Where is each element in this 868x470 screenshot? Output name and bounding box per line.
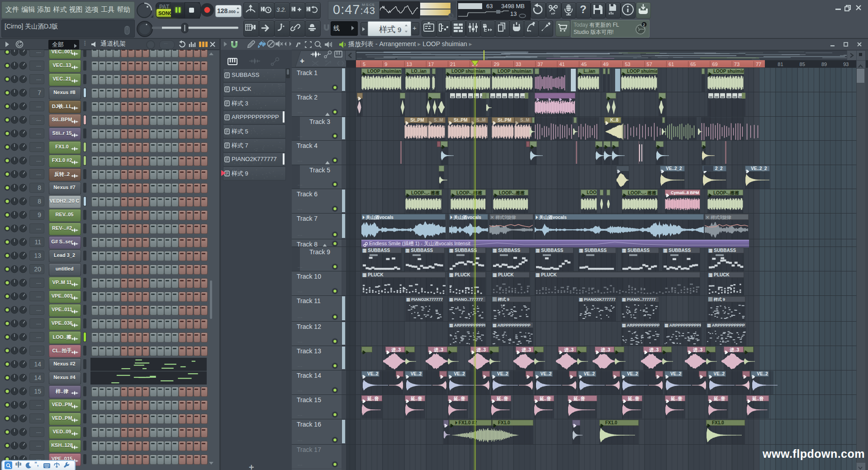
- svg-text:53: 53: [625, 62, 630, 67]
- svg-text:61: 61: [669, 62, 674, 67]
- svg-text:41: 41: [560, 62, 565, 67]
- svg-text:77: 77: [756, 62, 761, 67]
- svg-text:17: 17: [428, 62, 434, 67]
- svg-text:29: 29: [494, 62, 499, 67]
- svg-text:57: 57: [647, 62, 652, 67]
- svg-text:13: 13: [407, 62, 412, 67]
- svg-text:93: 93: [843, 62, 849, 67]
- svg-text:21: 21: [450, 62, 455, 67]
- svg-text:85: 85: [800, 62, 805, 67]
- svg-text:5: 5: [363, 62, 365, 67]
- svg-text:9: 9: [384, 62, 387, 67]
- svg-text:3.2.: 3.2.: [276, 6, 286, 13]
- svg-text:37: 37: [537, 62, 543, 67]
- svg-text:81: 81: [778, 62, 783, 67]
- svg-text:65: 65: [690, 62, 696, 67]
- svg-text:69: 69: [712, 62, 718, 67]
- svg-text:33: 33: [516, 62, 521, 67]
- svg-text:49: 49: [603, 62, 608, 67]
- svg-text:2: 2: [643, 23, 645, 27]
- svg-text:45: 45: [581, 62, 587, 67]
- svg-text:73: 73: [734, 62, 740, 67]
- svg-text:?: ?: [580, 3, 587, 15]
- svg-text:89: 89: [821, 62, 827, 67]
